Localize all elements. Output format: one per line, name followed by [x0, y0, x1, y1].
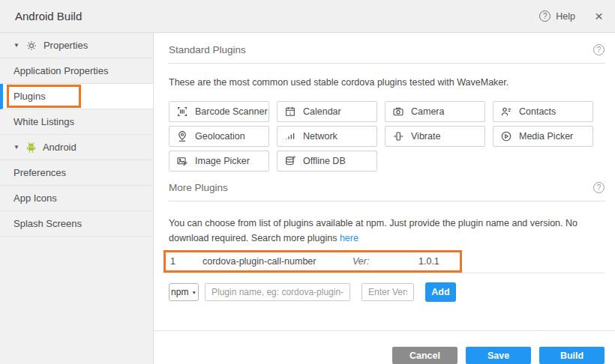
chevron-down-icon: ▼: [14, 144, 20, 151]
barcode-scanner-icon: [176, 106, 188, 118]
plugin-label: Offline DB: [303, 156, 346, 166]
network-icon: [284, 130, 296, 142]
sidebar-item-label: Splash Screens: [14, 218, 82, 229]
help-link[interactable]: Help: [556, 11, 575, 22]
sidebar-item-white-listings[interactable]: White Listings: [0, 109, 153, 135]
chevron-down-icon: ▼: [191, 290, 196, 295]
sidebar-item-preferences[interactable]: Preferences: [0, 160, 153, 186]
standard-plugins-description: These are the most common used stable co…: [169, 76, 604, 90]
section-title: More Plugins: [169, 182, 228, 193]
plugin-offline-db-button[interactable]: Offline DB: [277, 151, 377, 172]
plugin-calendar-button[interactable]: 1 Calendar: [277, 101, 377, 122]
plugin-row-version-label: Ver:: [352, 256, 418, 267]
section-help-icon[interactable]: ?: [593, 44, 604, 55]
help-icon[interactable]: ?: [539, 10, 550, 22]
spacer: [169, 302, 604, 330]
plugin-camera-button[interactable]: Camera: [385, 101, 485, 122]
dialog-header: Android Build ? Help ×: [0, 0, 615, 33]
plugin-image-picker-button[interactable]: Image Picker: [169, 151, 269, 172]
plugin-row-name: cordova-plugin-call-number: [202, 256, 352, 267]
plugin-row-version: 1.0.1: [418, 256, 440, 267]
plugin-contacts-button[interactable]: Contacts: [493, 101, 593, 122]
repo-select[interactable]: npm ▼: [169, 283, 199, 301]
plugin-row-index: 1: [166, 256, 202, 267]
svg-text:1: 1: [290, 111, 292, 115]
camera-icon: [392, 106, 404, 118]
dialog-title: Android Build: [15, 10, 82, 22]
contacts-icon: [500, 106, 512, 118]
standard-plugins-grid: Barcode Scanner 1 Calendar Camera: [169, 101, 604, 172]
more-plugins-description: You can choose from list of plugins avai…: [169, 216, 604, 246]
plugin-label: Image Picker: [195, 156, 250, 166]
sidebar: ▼ Properties Application Properties Plug…: [0, 33, 154, 364]
media-picker-icon: [500, 130, 512, 142]
close-icon[interactable]: ×: [595, 9, 603, 23]
section-title: Standard Plugins: [169, 44, 246, 55]
sidebar-item-plugins[interactable]: Plugins: [0, 84, 153, 109]
plugin-version-input[interactable]: [362, 283, 414, 301]
plugin-label: Network: [303, 131, 338, 142]
plugin-label: Contacts: [519, 106, 556, 117]
description-text: You can choose from list of plugins avai…: [169, 218, 578, 243]
more-plugins-header: More Plugins ?: [169, 172, 604, 201]
plugin-media-picker-button[interactable]: Media Picker: [493, 126, 593, 147]
footer-actions: Cancel Save Build: [169, 331, 604, 364]
plugin-label: Geolocation: [195, 131, 245, 142]
build-button[interactable]: Build: [539, 347, 604, 364]
save-button[interactable]: Save: [466, 347, 531, 364]
sidebar-item-label: Preferences: [14, 167, 66, 178]
cancel-button[interactable]: Cancel: [392, 347, 458, 364]
plugin-label: Calendar: [303, 106, 341, 117]
vibrate-icon: [392, 130, 404, 142]
plugin-row: 1 cordova-plugin-call-number Ver: 1.0.1: [164, 250, 462, 273]
android-icon: [26, 142, 36, 153]
main-panel: Standard Plugins ? These are the most co…: [154, 33, 615, 364]
search-plugins-link[interactable]: here: [340, 233, 358, 243]
plugin-network-button[interactable]: Network: [277, 126, 377, 147]
sidebar-item-label: Android: [43, 142, 76, 153]
add-plugin-row: npm ▼ Add: [169, 282, 604, 302]
sidebar-item-label: Properties: [44, 40, 88, 51]
sidebar-item-label: Application Properties: [14, 65, 108, 76]
geolocation-icon: [176, 130, 188, 142]
plugin-barcode-scanner-button[interactable]: Barcode Scanner: [169, 101, 269, 122]
section-help-icon[interactable]: ?: [593, 182, 604, 193]
sidebar-item-application-properties[interactable]: Application Properties: [0, 58, 153, 84]
header-actions: ? Help ×: [539, 9, 603, 23]
gear-icon: [26, 40, 37, 51]
plugin-vibrate-button[interactable]: Vibrate: [385, 126, 485, 147]
calendar-icon: 1: [284, 106, 296, 118]
plugin-label: Barcode Scanner: [195, 106, 268, 117]
plugin-geolocation-button[interactable]: Geolocation: [169, 126, 269, 147]
repo-select-value: npm: [171, 287, 188, 297]
offline-db-icon: [284, 155, 296, 167]
sidebar-group-properties[interactable]: ▼ Properties: [0, 33, 153, 58]
sidebar-item-splash-screens[interactable]: Splash Screens: [0, 211, 153, 237]
standard-plugins-header: Standard Plugins ?: [169, 33, 604, 64]
sidebar-item-label: App Icons: [14, 192, 57, 204]
add-plugin-button[interactable]: Add: [425, 282, 456, 302]
plugin-list: 1 cordova-plugin-call-number Ver: 1.0.1: [164, 250, 604, 273]
image-picker-icon: [176, 155, 188, 167]
plugin-name-input[interactable]: [205, 283, 350, 301]
sidebar-item-label: Plugins: [14, 91, 46, 102]
plugin-label: Vibrate: [411, 131, 440, 142]
chevron-down-icon: ▼: [14, 42, 20, 49]
plugin-label: Media Picker: [519, 131, 573, 142]
sidebar-item-app-icons[interactable]: App Icons: [0, 186, 153, 211]
sidebar-group-android[interactable]: ▼ Android: [0, 135, 153, 160]
plugin-label: Camera: [411, 106, 444, 117]
sidebar-item-label: White Listings: [14, 116, 74, 127]
